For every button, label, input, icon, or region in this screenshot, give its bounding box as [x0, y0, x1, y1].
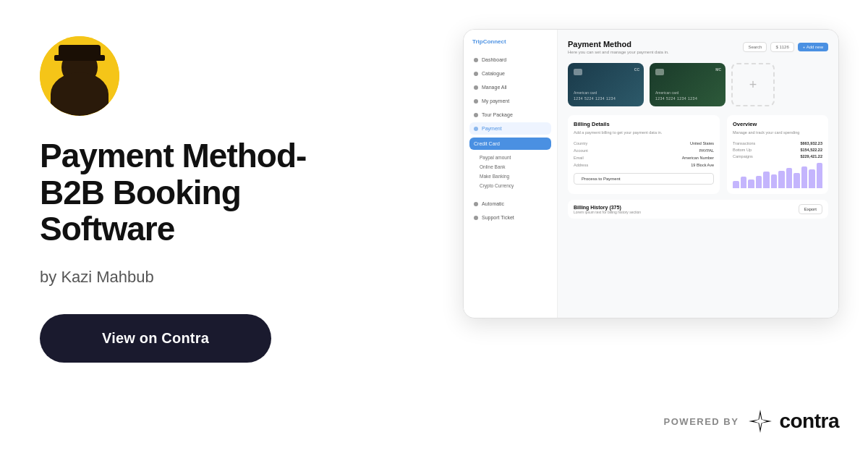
mock-add-card-button[interactable]: + — [731, 63, 775, 106]
card-holder-name: American card — [655, 90, 720, 95]
card-number: 1234 5224 1234 1234 — [655, 96, 720, 101]
nav-dot-icon — [474, 85, 478, 90]
contra-wordmark: contra — [779, 410, 839, 433]
field-value: American Number — [682, 156, 714, 160]
stat-value: $154,522.22 — [800, 148, 822, 152]
nav-label: Dashboard — [482, 57, 506, 62]
nav-label: Catalogue — [482, 71, 505, 76]
mock-add-new-button[interactable]: + Add new — [798, 43, 828, 51]
avatar-hat — [59, 45, 101, 61]
mock-sidebar: TripConnect Dashboard Catalogue Manage A… — [464, 30, 558, 318]
field-label: Account — [574, 148, 588, 153]
nav-sub-label: Credit Card — [474, 141, 500, 146]
mock-app-logo: TripConnect — [469, 38, 551, 45]
stat-bottom-up: Bottom Up $154,522.22 — [733, 148, 822, 152]
chart-bar — [793, 173, 800, 188]
mock-nav-bank: Online Bank — [469, 162, 551, 172]
billing-history-info: Billing History (375) Lorem ipsum text f… — [574, 205, 641, 214]
chart-bar — [741, 177, 747, 188]
mock-amount-display: $ 1126 — [770, 42, 793, 52]
nav-dot-icon — [474, 72, 478, 76]
view-on-contra-button[interactable]: View on Contra — [40, 314, 271, 363]
mock-cards-row: American card 1234 5224 1234 1234 CC Ame… — [568, 63, 828, 106]
mock-nav-support: Support Ticket — [469, 211, 551, 224]
mock-page-title: Payment Method — [568, 40, 669, 48]
avatar — [40, 36, 119, 116]
mock-nav-catalogue: Catalogue — [469, 67, 551, 80]
nav-dot-icon — [474, 113, 478, 117]
overview-title: Overview — [733, 121, 822, 127]
avatar-image — [40, 36, 119, 116]
mock-content-row: Billing Details Add a payment billing to… — [568, 115, 828, 194]
overview-subtitle: Manage and track your card spending — [733, 130, 822, 135]
mock-main-content: Payment Method Here you can set and mana… — [558, 30, 838, 318]
stat-label: Bottom Up — [733, 148, 752, 152]
chart-bar — [778, 171, 785, 189]
mock-nav-creditcard: Credit Card — [469, 138, 551, 150]
mock-header-actions: Search $ 1126 + Add new — [743, 42, 828, 52]
page-title: Payment Method- B2B Booking Software — [40, 138, 336, 248]
powered-by-text: POWERED BY — [664, 416, 739, 427]
nav-dot-icon — [474, 99, 478, 104]
stat-campaigns: Campaigns $229,421.22 — [733, 154, 822, 159]
right-panel: TripConnect Dashboard Catalogue Manage A… — [376, 0, 868, 456]
mock-page-subtitle: Here you can set and manage your payment… — [568, 50, 669, 54]
card-brand-icon: MC — [715, 67, 721, 72]
author-byline: by Kazi Mahbub — [40, 268, 336, 287]
mock-spending-chart — [733, 163, 822, 188]
field-address: Address 19 Block Ave — [574, 163, 714, 167]
mock-nav-crypto: Crypto Currency — [469, 181, 551, 190]
field-label: Country — [574, 141, 587, 145]
app-mockup: TripConnect Dashboard Catalogue Manage A… — [463, 29, 839, 318]
card-brand-icon: CC — [634, 67, 639, 72]
stat-label: Transactions — [733, 141, 755, 145]
mock-overview: Overview Manage and track your card spen… — [727, 115, 828, 194]
chart-bar — [763, 172, 770, 188]
billing-details-title: Billing Details — [574, 121, 714, 127]
chart-bar — [733, 181, 739, 189]
nav-label: Manage All — [482, 85, 507, 90]
mock-nav-banking: Make Banking — [469, 172, 551, 181]
billing-history-subtitle: Lorem ipsum text for billing history sec… — [574, 210, 641, 214]
mock-page-header: Payment Method Here you can set and mana… — [568, 40, 828, 54]
mock-nav-payment: My payment — [469, 95, 551, 107]
nav-label: Automatic — [482, 201, 504, 206]
mock-title-area: Payment Method Here you can set and mana… — [568, 40, 669, 54]
billing-details-subtitle: Add a payment billing to get your paymen… — [574, 130, 714, 135]
mock-nav-paypal: Paypal amount — [469, 153, 551, 162]
card-chip-icon — [655, 69, 664, 75]
contra-icon — [747, 408, 773, 434]
field-value: United States — [690, 141, 714, 145]
nav-label: Tour Package — [482, 112, 513, 117]
mock-billing-history: Billing History (375) Lorem ipsum text f… — [568, 200, 828, 219]
stat-value: $229,421.22 — [800, 154, 822, 159]
chart-bar — [786, 168, 793, 188]
mock-search-button[interactable]: Search — [743, 42, 767, 52]
stat-label: Campaigns — [733, 154, 753, 159]
nav-dot-icon — [474, 58, 478, 62]
mock-nav-payment-active: Payment — [469, 122, 551, 135]
nav-label: Payment — [482, 126, 502, 131]
powered-by-section: POWERED BY contra — [664, 408, 839, 434]
nav-dot-icon — [474, 216, 478, 220]
billing-history-title: Billing History (375) — [574, 205, 641, 210]
left-panel: Payment Method- B2B Booking Software by … — [0, 0, 376, 456]
chart-bar — [801, 166, 808, 188]
nav-dot-icon — [474, 202, 478, 206]
mock-nav-manage: Manage All — [469, 81, 551, 93]
field-account: Account PAYPAL — [574, 148, 714, 153]
card-number: 1234 5224 1234 1234 — [574, 96, 638, 101]
field-email: Email American Number — [574, 156, 714, 160]
chart-bar — [817, 163, 823, 188]
card-chip-icon — [574, 69, 582, 75]
card-holder-name: American card — [574, 90, 638, 95]
nav-label: Support Ticket — [482, 215, 514, 220]
chart-bar — [756, 176, 762, 189]
chart-bar — [748, 180, 754, 188]
mock-nav-tour: Tour Package — [469, 109, 551, 121]
mock-card-1: American card 1234 5224 1234 1234 CC — [568, 63, 644, 106]
nav-label: My payment — [482, 98, 509, 104]
mock-process-payment-button[interactable]: Process to Payment — [574, 173, 714, 185]
mock-export-button[interactable]: Export — [799, 204, 822, 214]
mock-nav-dashboard: Dashboard — [469, 54, 551, 66]
